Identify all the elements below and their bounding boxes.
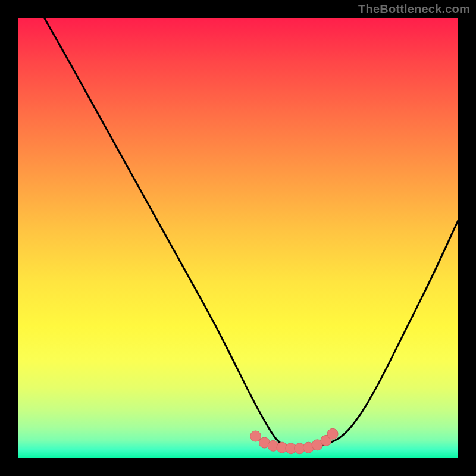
chart-frame: TheBottleneck.com [0,0,476,476]
watermark-text: TheBottleneck.com [358,2,470,16]
plot-area [18,18,458,458]
trough-markers [250,428,338,453]
trough-marker [250,431,261,441]
bottleneck-curve [44,18,458,449]
trough-marker [327,428,338,439]
curve-svg [18,18,458,458]
